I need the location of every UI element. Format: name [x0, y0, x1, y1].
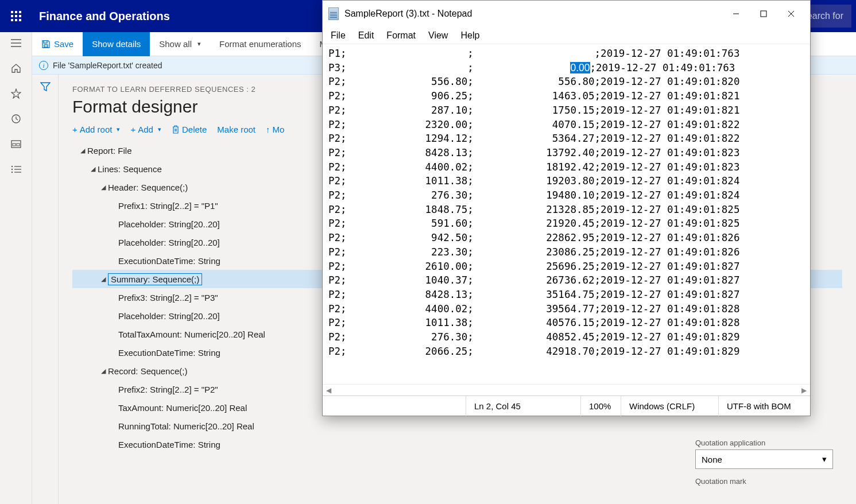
message-text: File 'SampleReport.txt' created: [53, 61, 162, 70]
tree-node-label: Header: Sequence(;): [108, 183, 188, 192]
app-title: Finance and Operations: [32, 10, 170, 23]
tree-node-label: Lines: Sequence: [98, 164, 162, 174]
minimize-button[interactable]: [723, 5, 749, 23]
plus-icon: +: [72, 125, 78, 134]
status-eol: Windows (CRLF): [621, 396, 718, 416]
clock-icon[interactable]: [10, 113, 22, 125]
filter-column: [32, 75, 59, 504]
show-all-button[interactable]: Show all▾: [150, 32, 210, 56]
save-icon: [41, 40, 51, 49]
tree-node-label: TotalTaxAmount: Numeric[20..20] Real: [118, 329, 265, 339]
menu-format[interactable]: Format: [386, 30, 416, 41]
module-icon[interactable]: [10, 138, 22, 150]
menu-edit[interactable]: Edit: [358, 30, 374, 41]
notepad-hscrollbar[interactable]: ◀▶: [323, 384, 810, 396]
close-button[interactable]: [778, 5, 804, 23]
show-details-tab[interactable]: Show details: [83, 32, 150, 56]
notepad-textarea[interactable]: P1; ; ;2019-12-27 01:49:01:763 P3; ; 0.0…: [323, 44, 810, 384]
svg-rect-7: [13, 144, 16, 146]
menu-help[interactable]: Help: [460, 30, 479, 41]
tree-node-label: ExecutionDateTime: String: [118, 440, 220, 449]
tree-node-label: RunningTotal: Numeric[20..20] Real: [118, 421, 254, 431]
notepad-titlebar[interactable]: SampleReport (3).txt - Notepad: [323, 1, 810, 27]
quotation-app-label: Quotation application: [695, 439, 833, 447]
caret-icon: ◢: [99, 276, 108, 283]
svg-point-11: [11, 169, 12, 170]
tree-node-label: Placeholder: String[20..20]: [118, 219, 220, 229]
plus-icon: +: [130, 125, 135, 134]
svg-rect-16: [761, 11, 766, 17]
chevron-down-icon: ▾: [158, 126, 161, 133]
quotation-mark-label: Quotation mark: [695, 477, 833, 486]
add-button[interactable]: +Add▾: [130, 125, 161, 134]
tree-node-label: Report: File: [87, 146, 132, 156]
tree-node-label: Summary: Sequence(;): [108, 273, 202, 285]
list-icon[interactable]: [10, 163, 22, 176]
caret-icon: ◢: [78, 147, 87, 154]
quotation-app-select[interactable]: None ▾: [695, 449, 833, 469]
make-root-button[interactable]: Make root: [217, 125, 255, 134]
caret-icon: ◢: [99, 184, 108, 191]
tree-node-label: Prefix2: String[2..2] = "P2": [118, 385, 218, 394]
app-launcher-icon[interactable]: [0, 0, 32, 32]
trash-icon: [172, 125, 180, 134]
move-button[interactable]: ↑Mo: [266, 125, 284, 134]
save-button[interactable]: Save: [32, 32, 83, 56]
notepad-title: SampleReport (3).txt - Notepad: [344, 9, 472, 19]
tree-node-label: TaxAmount: Numeric[20..20] Real: [118, 403, 247, 413]
home-icon[interactable]: [10, 62, 22, 75]
svg-rect-8: [17, 144, 20, 146]
svg-point-13: [11, 172, 12, 173]
svg-point-9: [11, 166, 12, 167]
star-icon[interactable]: [10, 87, 22, 100]
tree-node-label: ExecutionDateTime: String: [118, 256, 220, 266]
tree-node[interactable]: RunningTotal: Numeric[20..20] Real: [72, 417, 842, 435]
chevron-down-icon: ▾: [197, 40, 201, 48]
menu-file[interactable]: File: [331, 30, 346, 41]
menu-view[interactable]: View: [428, 30, 448, 41]
arrow-up-icon: ↑: [266, 125, 270, 134]
chevron-down-icon: ▾: [822, 454, 827, 464]
tree-node-label: Placeholder: String[20..20]: [118, 238, 220, 247]
status-position: Ln 2, Col 45: [466, 396, 580, 416]
tree-node-label: Placeholder: String[20..20]: [118, 311, 220, 321]
chevron-down-icon: ▾: [117, 126, 120, 133]
tree-node-label: Record: Sequence(;): [108, 366, 187, 376]
tree-node-label: Prefix1: String[2..2] = "P1": [118, 201, 218, 211]
status-encoding: UTF-8 with BOM: [718, 396, 810, 416]
hamburger-icon[interactable]: [10, 37, 22, 49]
maximize-button[interactable]: [750, 5, 777, 23]
notepad-window: SampleReport (3).txt - Notepad FileEditF…: [322, 0, 811, 416]
caret-icon: ◢: [88, 165, 98, 173]
tree-node-label: Prefix3: String[2..2] = "P3": [118, 293, 218, 303]
notepad-menubar: FileEditFormatViewHelp: [323, 27, 810, 44]
notepad-icon: [328, 7, 339, 20]
add-root-button[interactable]: +Add root▾: [72, 125, 120, 134]
tree-node-label: ExecutionDateTime: String: [118, 348, 220, 358]
format-enumerations-button[interactable]: Format enumerations: [210, 32, 311, 56]
funnel-icon[interactable]: [40, 82, 51, 504]
properties-pane: Quotation application None ▾ Quotation m…: [695, 439, 833, 494]
left-rail: [0, 32, 32, 504]
info-icon: i: [39, 61, 48, 70]
notepad-statusbar: Ln 2, Col 45 100% Windows (CRLF) UTF-8 w…: [323, 396, 810, 416]
status-zoom: 100%: [580, 396, 621, 416]
caret-icon: ◢: [99, 367, 108, 375]
delete-button[interactable]: Delete: [172, 125, 207, 134]
